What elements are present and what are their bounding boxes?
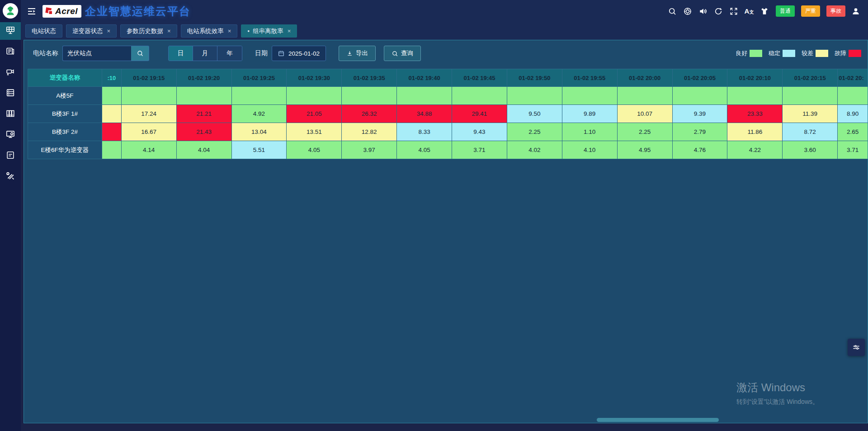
table-cell-clipped <box>102 123 122 141</box>
sidebar-item-server[interactable] <box>0 85 21 102</box>
legend-swatch-fault <box>849 50 861 57</box>
refresh-icon[interactable] <box>713 6 723 16</box>
alarm-badges: 普通严重事故 <box>769 5 845 17</box>
table-cell: 4.76 <box>673 141 728 159</box>
column-header-time: 01-02 20:05 <box>673 69 728 87</box>
table-cell: 2.79 <box>673 123 728 141</box>
row-name: B楼3F 2# <box>28 123 102 141</box>
main-area: Acrel 企业智慧运维云平台 A文 普通严重事故 电站状态逆变器状态×参数历史… <box>21 0 868 431</box>
table-cell: 21.21 <box>177 105 232 123</box>
alarm-badge-2[interactable]: 事故 <box>826 5 845 17</box>
tab-system-efficiency[interactable]: 电站系统效率× <box>181 24 238 38</box>
table-cell <box>177 87 232 105</box>
fullscreen-icon[interactable] <box>729 6 739 16</box>
legend-item-fault: 故障 <box>835 49 861 57</box>
sidebar-item-document[interactable] <box>0 147 21 165</box>
legend-label: 稳定 <box>769 49 780 57</box>
sound-icon[interactable] <box>698 6 708 16</box>
acrel-logo: Acrel <box>42 5 81 18</box>
news-icon <box>5 46 15 58</box>
logo-text: Acrel <box>55 6 78 16</box>
theme-icon[interactable] <box>760 6 769 16</box>
status-legend: 良好稳定较差故障 <box>736 49 861 57</box>
row-name: B楼3F 1# <box>28 105 102 123</box>
legend-item-good: 良好 <box>736 49 762 57</box>
tab-station-status[interactable]: 电站状态 <box>25 24 62 38</box>
column-header-time: 01-02 19:45 <box>452 69 507 87</box>
tab-string-discrete-rate[interactable]: ●组串离散率× <box>241 24 297 38</box>
column-header-time: 01-02 20:00 <box>618 69 673 87</box>
sidebar-item-news[interactable] <box>0 43 21 61</box>
table-cell <box>673 87 728 105</box>
support-icon[interactable] <box>683 6 693 16</box>
translate-icon[interactable]: A文 <box>744 6 754 16</box>
table-cell <box>287 87 342 105</box>
tab-label: 电站状态 <box>32 27 56 35</box>
column-header-time: 01-02 19:25 <box>232 69 287 87</box>
camera-icon <box>5 67 15 79</box>
date-value: 2025-01-02 <box>288 50 320 57</box>
menu-fold-icon[interactable] <box>26 6 37 17</box>
table-cell-clipped <box>102 87 122 105</box>
legend-swatch-stable <box>783 50 795 57</box>
table-cell <box>727 87 783 105</box>
table-cell <box>122 87 177 105</box>
sidebar-item-solar-panel[interactable] <box>0 22 21 40</box>
column-header-time: 01-02 19:40 <box>397 69 452 87</box>
table-row: B楼3F 2#16.6721.4313.0413.5112.828.339.43… <box>28 123 868 141</box>
table-cell: 13.51 <box>287 123 342 141</box>
tab-inverter-status[interactable]: 逆变器状态× <box>66 24 117 38</box>
table-cell-clipped <box>102 141 122 159</box>
close-icon[interactable]: × <box>228 28 231 34</box>
sidebar-item-archive[interactable] <box>0 105 21 123</box>
station-name-input[interactable] <box>62 46 131 61</box>
search-icon[interactable] <box>667 6 677 16</box>
table-cell: 12.82 <box>342 123 397 141</box>
period-month[interactable]: 月 <box>193 46 217 61</box>
station-name-label: 电站名称 <box>33 49 58 57</box>
close-icon[interactable]: × <box>288 28 291 34</box>
export-button[interactable]: 导出 <box>339 46 376 61</box>
sidebar-item-tools[interactable] <box>0 168 21 185</box>
column-header-time: 01-02 19:15 <box>122 69 177 87</box>
alarm-badge-0[interactable]: 普通 <box>776 5 795 17</box>
date-picker[interactable]: 2025-01-02 <box>272 46 326 61</box>
top-header: Acrel 企业智慧运维云平台 A文 普通严重事故 <box>21 0 868 22</box>
sidebar-item-monitor-gear[interactable] <box>0 126 21 144</box>
close-icon[interactable]: × <box>107 28 111 34</box>
close-icon[interactable]: × <box>167 28 171 34</box>
table-cell: 29.41 <box>452 105 507 123</box>
calendar-icon <box>278 50 285 57</box>
sidebar-item-camera[interactable] <box>0 64 21 81</box>
table-cell: 4.14 <box>122 141 177 159</box>
horizontal-scrollbar[interactable] <box>597 418 719 422</box>
table-cell: 8.33 <box>397 123 452 141</box>
table-cell: 11.39 <box>783 105 838 123</box>
table-cell: 2.25 <box>618 123 673 141</box>
table-cell <box>452 87 507 105</box>
table-cell: 34.88 <box>397 105 452 123</box>
column-header-time: 01-02 19:50 <box>507 69 562 87</box>
input-search-button[interactable] <box>131 46 149 61</box>
table-cell: 11.86 <box>727 123 783 141</box>
column-header-time: 01-02 20:15 <box>783 69 838 87</box>
table-cell: 5.51 <box>232 141 287 159</box>
table-cell: 21.05 <box>287 105 342 123</box>
tools-icon <box>5 171 15 183</box>
app-root: Acrel 企业智慧运维云平台 A文 普通严重事故 电站状态逆变器状态×参数历史… <box>0 0 868 431</box>
tab-param-history[interactable]: 参数历史数据× <box>120 24 177 38</box>
alarm-badge-1[interactable]: 严重 <box>801 5 820 17</box>
query-label: 查询 <box>401 49 413 57</box>
table-cell: 2.65 <box>838 123 868 141</box>
column-header-clipped-left: :10 <box>102 69 122 87</box>
table-row: A楼5F <box>28 87 868 105</box>
table-settings-button[interactable] <box>848 339 865 356</box>
table-cell-clipped <box>102 105 122 123</box>
user-icon[interactable] <box>851 6 861 16</box>
query-button[interactable]: 查询 <box>384 46 421 61</box>
period-day[interactable]: 日 <box>169 46 193 61</box>
period-year[interactable]: 年 <box>217 46 242 61</box>
user-avatar[interactable] <box>3 3 18 19</box>
column-header-clipped-right: 01-02 20: <box>838 69 868 87</box>
table-cell <box>397 87 452 105</box>
